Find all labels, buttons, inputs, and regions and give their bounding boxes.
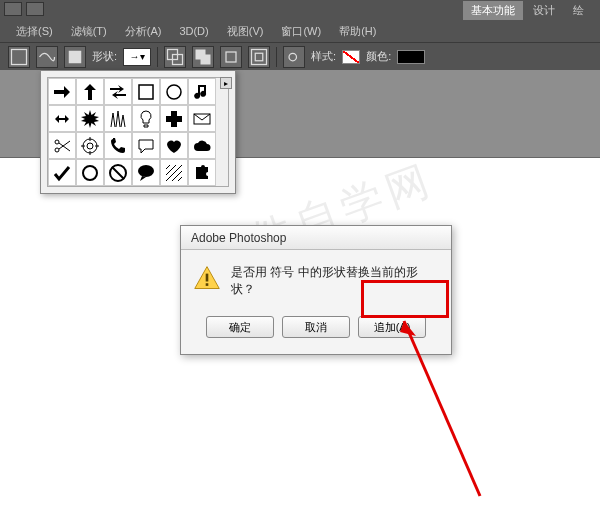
path-op-2[interactable] bbox=[192, 46, 214, 68]
shape-arrow-swap[interactable] bbox=[104, 78, 132, 105]
shape-heart[interactable] bbox=[160, 132, 188, 159]
shape-cross[interactable] bbox=[160, 105, 188, 132]
workspace-tabs: 基本功能 设计 绘 bbox=[0, 0, 600, 20]
tool-mode-2[interactable] bbox=[36, 46, 58, 68]
menubar: 选择(S) 滤镜(T) 分析(A) 3D(D) 视图(V) 窗口(W) 帮助(H… bbox=[0, 20, 600, 42]
shape-phone[interactable] bbox=[104, 132, 132, 159]
cancel-button[interactable]: 取消 bbox=[282, 316, 350, 338]
svg-point-14 bbox=[83, 139, 97, 153]
shape-picker-popup: ▸ bbox=[40, 70, 236, 194]
svg-rect-0 bbox=[12, 49, 27, 64]
menu-help[interactable]: 帮助(H) bbox=[331, 22, 384, 41]
ok-button[interactable]: 确定 bbox=[206, 316, 274, 338]
svg-point-10 bbox=[167, 85, 181, 99]
popup-flyout-icon[interactable]: ▸ bbox=[220, 77, 232, 89]
shape-hatch[interactable] bbox=[160, 159, 188, 186]
svg-point-13 bbox=[55, 148, 59, 152]
menu-analyze[interactable]: 分析(A) bbox=[117, 22, 170, 41]
svg-rect-5 bbox=[201, 54, 211, 64]
shape-puzzle[interactable] bbox=[188, 159, 216, 186]
dialog-message: 是否用 符号 中的形状替换当前的形状？ bbox=[231, 264, 439, 298]
style-label: 样式: bbox=[311, 49, 336, 64]
svg-point-18 bbox=[138, 165, 154, 177]
path-op-3[interactable] bbox=[220, 46, 242, 68]
tool-mode-1[interactable] bbox=[8, 46, 30, 68]
warning-icon bbox=[193, 264, 221, 292]
tool-mode-3[interactable] bbox=[64, 46, 86, 68]
svg-rect-7 bbox=[252, 49, 267, 64]
shape-circle-outline[interactable] bbox=[76, 159, 104, 186]
confirm-dialog: Adobe Photoshop 是否用 符号 中的形状替换当前的形状？ 确定 取… bbox=[180, 225, 452, 355]
menu-3d[interactable]: 3D(D) bbox=[171, 23, 216, 39]
svg-rect-8 bbox=[255, 53, 263, 61]
svg-point-12 bbox=[55, 140, 59, 144]
shape-check[interactable] bbox=[48, 159, 76, 186]
svg-rect-1 bbox=[69, 50, 82, 63]
window-control-2[interactable] bbox=[26, 2, 44, 16]
menu-filter[interactable]: 滤镜(T) bbox=[63, 22, 115, 41]
shape-bulb[interactable] bbox=[132, 105, 160, 132]
shape-arrow-up[interactable] bbox=[76, 78, 104, 105]
shape-burst[interactable] bbox=[76, 105, 104, 132]
shape-arrow-right[interactable] bbox=[48, 78, 76, 105]
link-icon[interactable] bbox=[283, 46, 305, 68]
svg-point-16 bbox=[83, 166, 97, 180]
color-label: 颜色: bbox=[366, 49, 391, 64]
shape-cloud[interactable] bbox=[188, 132, 216, 159]
append-button[interactable]: 追加(A) bbox=[358, 316, 426, 338]
style-swatch[interactable] bbox=[342, 50, 360, 64]
shape-chat[interactable] bbox=[132, 132, 160, 159]
options-bar: 形状: →▾ 样式: 颜色: bbox=[0, 42, 600, 70]
menu-window[interactable]: 窗口(W) bbox=[273, 22, 329, 41]
tab-design[interactable]: 设计 bbox=[525, 1, 563, 20]
shape-no-entry[interactable] bbox=[104, 159, 132, 186]
dialog-title: Adobe Photoshop bbox=[181, 226, 451, 250]
tab-paint[interactable]: 绘 bbox=[565, 1, 592, 20]
svg-point-15 bbox=[87, 143, 93, 149]
shape-square[interactable] bbox=[132, 78, 160, 105]
svg-rect-20 bbox=[206, 283, 209, 286]
path-op-1[interactable] bbox=[164, 46, 186, 68]
window-control-1[interactable] bbox=[4, 2, 22, 16]
tab-basic[interactable]: 基本功能 bbox=[463, 1, 523, 20]
svg-rect-6 bbox=[226, 52, 236, 62]
shape-note[interactable] bbox=[188, 78, 216, 105]
shape-mail[interactable] bbox=[188, 105, 216, 132]
svg-rect-19 bbox=[206, 274, 209, 282]
shape-grass[interactable] bbox=[104, 105, 132, 132]
shape-arrow-expand[interactable] bbox=[48, 105, 76, 132]
shape-target[interactable] bbox=[76, 132, 104, 159]
menu-view[interactable]: 视图(V) bbox=[219, 22, 272, 41]
color-swatch[interactable] bbox=[397, 50, 425, 64]
svg-rect-9 bbox=[139, 85, 153, 99]
shape-scissors[interactable] bbox=[48, 132, 76, 159]
path-op-4[interactable] bbox=[248, 46, 270, 68]
shape-grid bbox=[47, 77, 229, 187]
menu-select[interactable]: 选择(S) bbox=[8, 22, 61, 41]
shape-speech[interactable] bbox=[132, 159, 160, 186]
shape-circle[interactable] bbox=[160, 78, 188, 105]
shape-dropdown[interactable]: →▾ bbox=[123, 48, 151, 66]
shape-label: 形状: bbox=[92, 49, 117, 64]
